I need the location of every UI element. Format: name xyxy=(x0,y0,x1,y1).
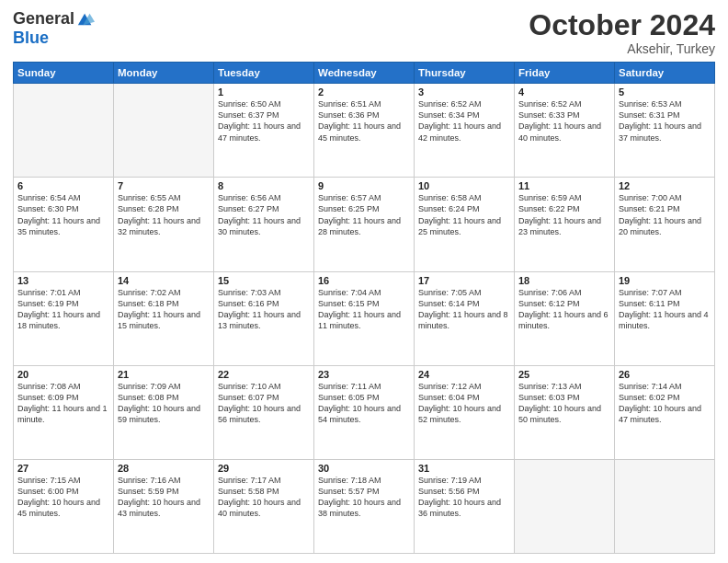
day-detail: Sunrise: 7:12 AM Sunset: 6:04 PM Dayligh… xyxy=(418,381,510,426)
calendar-cell: 16Sunrise: 7:04 AM Sunset: 6:15 PM Dayli… xyxy=(314,271,415,365)
day-number: 23 xyxy=(318,369,410,380)
day-number: 2 xyxy=(318,86,410,98)
calendar-cell xyxy=(615,459,715,553)
page: General Blue October 2024 Aksehir, Turke… xyxy=(0,0,728,563)
day-number: 1 xyxy=(218,86,310,98)
day-number: 4 xyxy=(518,86,610,98)
calendar-cell: 9Sunrise: 6:57 AM Sunset: 6:25 PM Daylig… xyxy=(314,178,415,271)
day-detail: Sunrise: 7:00 AM Sunset: 6:21 PM Dayligh… xyxy=(619,192,711,237)
calendar-cell: 21Sunrise: 7:09 AM Sunset: 6:08 PM Dayli… xyxy=(114,365,214,459)
day-number: 30 xyxy=(318,463,410,474)
day-detail: Sunrise: 6:52 AM Sunset: 6:33 PM Dayligh… xyxy=(518,98,610,144)
calendar-cell: 28Sunrise: 7:16 AM Sunset: 5:59 PM Dayli… xyxy=(114,459,214,553)
day-number: 11 xyxy=(518,180,610,191)
logo-text: General xyxy=(13,9,95,29)
day-detail: Sunrise: 6:56 AM Sunset: 6:27 PM Dayligh… xyxy=(218,192,310,237)
calendar-cell: 3Sunrise: 6:52 AM Sunset: 6:34 PM Daylig… xyxy=(415,84,515,178)
calendar-body: 1Sunrise: 6:50 AM Sunset: 6:37 PM Daylig… xyxy=(14,84,715,554)
day-detail: Sunrise: 6:57 AM Sunset: 6:25 PM Dayligh… xyxy=(318,192,410,237)
calendar-cell: 19Sunrise: 7:07 AM Sunset: 6:11 PM Dayli… xyxy=(615,271,715,365)
day-detail: Sunrise: 7:02 AM Sunset: 6:18 PM Dayligh… xyxy=(118,287,210,332)
calendar-cell: 23Sunrise: 7:11 AM Sunset: 6:05 PM Dayli… xyxy=(314,365,415,459)
day-number: 25 xyxy=(518,369,610,380)
day-detail: Sunrise: 7:15 AM Sunset: 6:00 PM Dayligh… xyxy=(17,475,109,520)
header-row: Sunday Monday Tuesday Wednesday Thursday… xyxy=(14,63,715,84)
day-number: 12 xyxy=(619,180,711,191)
day-number: 26 xyxy=(619,369,711,380)
calendar-cell: 14Sunrise: 7:02 AM Sunset: 6:18 PM Dayli… xyxy=(114,271,214,365)
calendar-cell: 10Sunrise: 6:58 AM Sunset: 6:24 PM Dayli… xyxy=(415,178,515,271)
day-detail: Sunrise: 7:03 AM Sunset: 6:16 PM Dayligh… xyxy=(218,287,310,332)
col-wednesday: Wednesday xyxy=(314,63,415,84)
day-detail: Sunrise: 6:50 AM Sunset: 6:37 PM Dayligh… xyxy=(218,98,310,144)
header: General Blue October 2024 Aksehir, Turke… xyxy=(13,9,715,56)
calendar-cell xyxy=(114,84,214,178)
calendar-cell: 26Sunrise: 7:14 AM Sunset: 6:02 PM Dayli… xyxy=(615,365,715,459)
calendar-cell: 30Sunrise: 7:18 AM Sunset: 5:57 PM Dayli… xyxy=(314,459,415,553)
day-detail: Sunrise: 7:04 AM Sunset: 6:15 PM Dayligh… xyxy=(318,287,410,332)
calendar-cell: 25Sunrise: 7:13 AM Sunset: 6:03 PM Dayli… xyxy=(515,365,615,459)
col-thursday: Thursday xyxy=(415,63,515,84)
day-number: 19 xyxy=(619,275,711,286)
calendar-cell: 2Sunrise: 6:51 AM Sunset: 6:36 PM Daylig… xyxy=(314,84,415,178)
calendar-week-3: 13Sunrise: 7:01 AM Sunset: 6:19 PM Dayli… xyxy=(14,271,715,365)
calendar-cell: 15Sunrise: 7:03 AM Sunset: 6:16 PM Dayli… xyxy=(214,271,314,365)
day-detail: Sunrise: 7:05 AM Sunset: 6:14 PM Dayligh… xyxy=(418,287,510,332)
day-detail: Sunrise: 6:54 AM Sunset: 6:30 PM Dayligh… xyxy=(17,192,109,237)
day-number: 18 xyxy=(518,275,610,286)
day-number: 17 xyxy=(418,275,510,286)
day-detail: Sunrise: 6:53 AM Sunset: 6:31 PM Dayligh… xyxy=(619,98,711,144)
logo-icon xyxy=(76,11,95,28)
day-detail: Sunrise: 7:11 AM Sunset: 6:05 PM Dayligh… xyxy=(318,381,410,426)
day-number: 22 xyxy=(218,369,310,380)
logo-blue: Blue xyxy=(13,29,49,48)
col-sunday: Sunday xyxy=(14,63,114,84)
day-detail: Sunrise: 7:16 AM Sunset: 5:59 PM Dayligh… xyxy=(118,475,210,520)
day-detail: Sunrise: 7:07 AM Sunset: 6:11 PM Dayligh… xyxy=(619,287,711,332)
calendar-week-4: 20Sunrise: 7:08 AM Sunset: 6:09 PM Dayli… xyxy=(14,365,715,459)
logo: General Blue xyxy=(13,9,95,48)
calendar-week-2: 6Sunrise: 6:54 AM Sunset: 6:30 PM Daylig… xyxy=(14,178,715,271)
calendar-cell: 5Sunrise: 6:53 AM Sunset: 6:31 PM Daylig… xyxy=(615,84,715,178)
day-detail: Sunrise: 7:08 AM Sunset: 6:09 PM Dayligh… xyxy=(17,381,109,426)
calendar-cell: 17Sunrise: 7:05 AM Sunset: 6:14 PM Dayli… xyxy=(415,271,515,365)
calendar-cell: 12Sunrise: 7:00 AM Sunset: 6:21 PM Dayli… xyxy=(615,178,715,271)
day-number: 21 xyxy=(118,369,210,380)
calendar-cell: 24Sunrise: 7:12 AM Sunset: 6:04 PM Dayli… xyxy=(415,365,515,459)
day-detail: Sunrise: 7:10 AM Sunset: 6:07 PM Dayligh… xyxy=(218,381,310,426)
day-number: 20 xyxy=(17,369,109,380)
calendar-cell: 18Sunrise: 7:06 AM Sunset: 6:12 PM Dayli… xyxy=(515,271,615,365)
title-block: October 2024 Aksehir, Turkey xyxy=(529,9,715,56)
day-number: 3 xyxy=(418,86,510,98)
calendar-cell: 4Sunrise: 6:52 AM Sunset: 6:33 PM Daylig… xyxy=(515,84,615,178)
calendar-cell: 13Sunrise: 7:01 AM Sunset: 6:19 PM Dayli… xyxy=(14,271,114,365)
day-number: 13 xyxy=(17,275,109,286)
calendar-cell: 29Sunrise: 7:17 AM Sunset: 5:58 PM Dayli… xyxy=(214,459,314,553)
day-number: 24 xyxy=(418,369,510,380)
calendar-cell: 27Sunrise: 7:15 AM Sunset: 6:00 PM Dayli… xyxy=(14,459,114,553)
day-number: 10 xyxy=(418,180,510,191)
day-detail: Sunrise: 6:52 AM Sunset: 6:34 PM Dayligh… xyxy=(418,98,510,144)
calendar-cell: 1Sunrise: 6:50 AM Sunset: 6:37 PM Daylig… xyxy=(214,84,314,178)
day-number: 16 xyxy=(318,275,410,286)
calendar-cell: 8Sunrise: 6:56 AM Sunset: 6:27 PM Daylig… xyxy=(214,178,314,271)
day-number: 31 xyxy=(418,463,510,474)
calendar-cell xyxy=(515,459,615,553)
calendar-cell: 22Sunrise: 7:10 AM Sunset: 6:07 PM Dayli… xyxy=(214,365,314,459)
calendar-cell: 7Sunrise: 6:55 AM Sunset: 6:28 PM Daylig… xyxy=(114,178,214,271)
day-number: 6 xyxy=(17,180,109,191)
day-detail: Sunrise: 7:13 AM Sunset: 6:03 PM Dayligh… xyxy=(518,381,610,426)
day-detail: Sunrise: 6:58 AM Sunset: 6:24 PM Dayligh… xyxy=(418,192,510,237)
day-number: 27 xyxy=(17,463,109,474)
day-number: 14 xyxy=(118,275,210,286)
day-detail: Sunrise: 7:09 AM Sunset: 6:08 PM Dayligh… xyxy=(118,381,210,426)
day-detail: Sunrise: 7:06 AM Sunset: 6:12 PM Dayligh… xyxy=(518,287,610,332)
calendar-cell: 11Sunrise: 6:59 AM Sunset: 6:22 PM Dayli… xyxy=(515,178,615,271)
col-monday: Monday xyxy=(114,63,214,84)
day-number: 8 xyxy=(218,180,310,191)
calendar-table: Sunday Monday Tuesday Wednesday Thursday… xyxy=(13,62,715,554)
calendar-header: Sunday Monday Tuesday Wednesday Thursday… xyxy=(14,63,715,84)
calendar-week-5: 27Sunrise: 7:15 AM Sunset: 6:00 PM Dayli… xyxy=(14,459,715,553)
col-tuesday: Tuesday xyxy=(214,63,314,84)
day-detail: Sunrise: 7:17 AM Sunset: 5:58 PM Dayligh… xyxy=(218,475,310,520)
